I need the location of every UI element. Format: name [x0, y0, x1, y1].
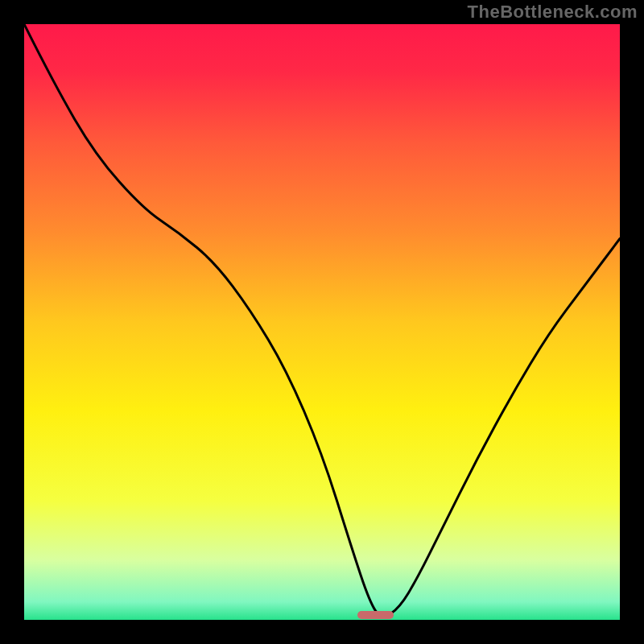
bottleneck-curve [24, 24, 620, 620]
plot-area [24, 24, 620, 620]
chart-frame: TheBottleneck.com [0, 0, 644, 644]
optimal-minimum-marker [357, 611, 393, 619]
watermark-text: TheBottleneck.com [468, 2, 638, 23]
